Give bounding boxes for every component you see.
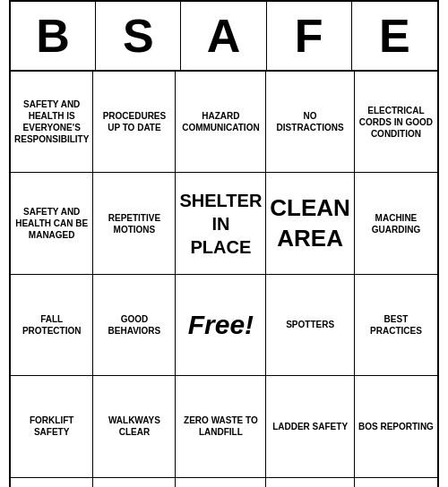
header-letter-a: A bbox=[181, 2, 266, 70]
cell-text-17: ZERO WASTE TO LANDFILL bbox=[179, 414, 262, 438]
bingo-cell-20: EQUIPMENT NOT OBSTRUCTED bbox=[11, 478, 93, 487]
bingo-cell-5: SAFETY AND HEALTH CAN BE MANAGED bbox=[11, 173, 93, 274]
cell-text-16: WALKWAYS CLEAR bbox=[97, 414, 171, 438]
bingo-cell-21: LOTO bbox=[93, 478, 176, 487]
cell-text-14: BEST PRACTICES bbox=[358, 313, 434, 337]
cell-text-12: Free! bbox=[188, 307, 254, 342]
cell-text-4: ELECTRICAL CORDS IN GOOD CONDITION bbox=[358, 105, 434, 140]
cell-text-8: CLEAN AREA bbox=[270, 193, 350, 254]
cell-text-1: PROCEDURES UP TO DATE bbox=[97, 110, 171, 133]
bingo-cell-19: BOS REPORTING bbox=[355, 376, 437, 477]
bingo-cell-16: WALKWAYS CLEAR bbox=[93, 376, 176, 477]
cell-text-24: SAFE WORK CELL bbox=[358, 483, 434, 487]
bingo-cell-7: SHELTER IN PLACE bbox=[176, 173, 266, 274]
cell-text-7: SHELTER IN PLACE bbox=[179, 189, 262, 259]
bingo-cell-23: NO LOOSE CLOTHING bbox=[266, 478, 355, 487]
bingo-cell-0: SAFETY AND HEALTH IS EVERYONE'S RESPONSI… bbox=[11, 72, 93, 173]
cell-text-6: REPETITIVE MOTIONS bbox=[97, 212, 171, 235]
cell-text-10: FALL PROTECTION bbox=[14, 313, 89, 337]
bingo-cell-24: SAFE WORK CELL bbox=[355, 478, 437, 487]
cell-text-19: BOS REPORTING bbox=[358, 421, 434, 432]
cell-text-0: SAFETY AND HEALTH IS EVERYONE'S RESPONSI… bbox=[14, 98, 89, 145]
bingo-cell-9: MACHINE GUARDING bbox=[355, 173, 437, 274]
bingo-cell-22: SAFETY FIRST bbox=[176, 478, 266, 487]
bingo-cell-10: FALL PROTECTION bbox=[11, 275, 93, 376]
cell-text-13: SPOTTERS bbox=[286, 319, 334, 330]
bingo-cell-6: REPETITIVE MOTIONS bbox=[93, 173, 176, 274]
bingo-grid: SAFETY AND HEALTH IS EVERYONE'S RESPONSI… bbox=[11, 72, 437, 487]
cell-text-2: HAZARD COMMUNICATION bbox=[179, 110, 262, 133]
bingo-cell-14: BEST PRACTICES bbox=[355, 275, 437, 376]
cell-text-11: GOOD BEHAVIORS bbox=[97, 313, 171, 337]
bingo-cell-13: SPOTTERS bbox=[266, 275, 355, 376]
cell-text-15: FORKLIFT SAFETY bbox=[14, 414, 89, 438]
cell-text-18: LADDER SAFETY bbox=[272, 421, 348, 432]
cell-text-9: MACHINE GUARDING bbox=[358, 212, 434, 235]
bingo-cell-4: ELECTRICAL CORDS IN GOOD CONDITION bbox=[355, 72, 437, 173]
bingo-cell-11: GOOD BEHAVIORS bbox=[93, 275, 176, 376]
bingo-card: BSAFE SAFETY AND HEALTH IS EVERYONE'S RE… bbox=[9, 0, 439, 487]
bingo-cell-18: LADDER SAFETY bbox=[266, 376, 355, 477]
header-letter-f: F bbox=[267, 2, 352, 70]
bingo-cell-15: FORKLIFT SAFETY bbox=[11, 376, 93, 477]
bingo-cell-2: HAZARD COMMUNICATION bbox=[176, 72, 266, 173]
header-letter-b: B bbox=[11, 2, 96, 70]
cell-text-3: NO DISTRACTIONS bbox=[270, 110, 350, 133]
bingo-cell-12: Free! bbox=[176, 275, 266, 376]
bingo-cell-3: NO DISTRACTIONS bbox=[266, 72, 355, 173]
header-letter-s: S bbox=[96, 2, 181, 70]
bingo-cell-1: PROCEDURES UP TO DATE bbox=[93, 72, 176, 173]
header-letter-e: E bbox=[352, 2, 437, 70]
bingo-cell-8: CLEAN AREA bbox=[266, 173, 355, 274]
cell-text-5: SAFETY AND HEALTH CAN BE MANAGED bbox=[14, 206, 89, 241]
bingo-header: BSAFE bbox=[11, 2, 437, 72]
bingo-cell-17: ZERO WASTE TO LANDFILL bbox=[176, 376, 266, 477]
